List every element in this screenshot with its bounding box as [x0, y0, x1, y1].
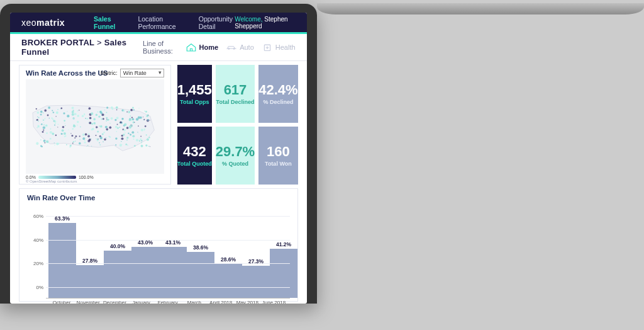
nav-location-performance[interactable]: Location Performance — [138, 15, 182, 30]
lob-health-label: Health — [275, 43, 296, 51]
svg-point-146 — [63, 112, 65, 114]
kpi-grid: 1,455 Total Opps 617 Total Declined 42.4… — [177, 65, 298, 185]
kpi-total-quoted[interactable]: 432 Total Quoted — [177, 127, 212, 185]
chart-title: Win Rate Over Time — [27, 194, 290, 202]
nav-sales-funnel[interactable]: Sales Funnel — [94, 15, 121, 30]
metric-dropdown[interactable]: Win Rate — [120, 69, 164, 77]
svg-point-20 — [43, 119, 45, 121]
bar[interactable] — [270, 249, 297, 298]
svg-point-158 — [43, 112, 44, 113]
svg-point-230 — [131, 131, 134, 134]
svg-point-10 — [74, 137, 75, 139]
svg-point-270 — [132, 106, 134, 108]
svg-point-135 — [51, 117, 53, 119]
bars-container: 63.3%27.8%40.0%43.0%43.1%38.6%28.6%27.3%… — [46, 204, 290, 298]
bar-chart[interactable]: 0%20%40%60% 63.3%27.8%40.0%43.0%43.1%38.… — [27, 204, 290, 299]
kpi-value: 432 — [183, 145, 206, 159]
bar-value-label: 28.6% — [221, 256, 236, 263]
svg-point-139 — [138, 125, 139, 127]
nav-links: Sales Funnel Location Performance Opport… — [94, 15, 235, 30]
svg-point-275 — [79, 135, 80, 137]
y-tick: 0% — [36, 285, 43, 290]
svg-point-57 — [72, 106, 74, 109]
bar[interactable] — [159, 247, 187, 298]
laptop-frame: xeomatrix Sales Funnel Location Performa… — [0, 4, 317, 304]
svg-point-242 — [57, 122, 57, 122]
svg-point-194 — [106, 128, 108, 131]
svg-point-98 — [80, 127, 81, 128]
svg-point-244 — [54, 120, 57, 123]
screen: xeomatrix Sales Funnel Location Performa… — [10, 13, 307, 304]
svg-point-188 — [36, 142, 39, 145]
svg-point-93 — [119, 127, 120, 128]
bar[interactable] — [242, 266, 270, 298]
svg-point-225 — [106, 137, 107, 139]
svg-point-108 — [149, 120, 150, 120]
svg-point-115 — [87, 135, 90, 137]
svg-point-162 — [67, 115, 69, 117]
svg-point-195 — [91, 123, 93, 125]
bar-wrap: 43.0% — [131, 239, 159, 298]
kpi-total-declined[interactable]: 617 Total Declined — [216, 65, 255, 123]
svg-point-255 — [102, 113, 104, 116]
svg-point-192 — [77, 110, 78, 111]
svg-point-178 — [121, 137, 123, 140]
nav-opportunity-detail[interactable]: Opportunity Detail — [199, 15, 235, 30]
bar[interactable] — [76, 265, 104, 298]
kpi-total-opps[interactable]: 1,455 Total Opps — [177, 65, 212, 123]
lob-auto[interactable]: Auto — [226, 43, 254, 52]
kpi-value: 160 — [267, 145, 290, 159]
lob-health[interactable]: Health — [262, 43, 296, 52]
svg-point-239 — [128, 118, 131, 121]
svg-point-79 — [96, 126, 98, 128]
svg-point-70 — [145, 111, 147, 113]
svg-point-27 — [100, 125, 103, 128]
kpi-pct-declined[interactable]: 42.4% % Declined — [258, 65, 297, 123]
svg-point-243 — [116, 109, 118, 110]
svg-point-155 — [73, 118, 74, 119]
svg-point-163 — [43, 140, 46, 142]
svg-point-145 — [54, 145, 55, 146]
svg-point-100 — [99, 142, 100, 144]
metric-label: Metric: — [101, 70, 118, 76]
svg-point-198 — [89, 139, 91, 141]
svg-point-95 — [64, 120, 65, 122]
bar[interactable] — [187, 252, 214, 298]
bar-wrap: 43.1% — [159, 239, 187, 298]
y-axis: 0%20%40%60% — [27, 204, 46, 299]
svg-point-200 — [121, 144, 122, 145]
svg-point-50 — [79, 142, 81, 145]
svg-point-62 — [104, 115, 106, 116]
svg-point-277 — [109, 136, 111, 138]
svg-point-53 — [44, 118, 45, 119]
svg-point-156 — [106, 117, 108, 119]
lob-home[interactable]: Home — [186, 43, 219, 52]
svg-point-54 — [117, 123, 118, 125]
bar[interactable] — [131, 247, 159, 298]
x-tick: April 2018 — [208, 300, 234, 304]
svg-point-232 — [53, 111, 55, 113]
svg-point-205 — [87, 145, 89, 146]
svg-point-159 — [96, 135, 97, 136]
svg-point-147 — [75, 135, 77, 137]
y-tick: 40% — [33, 237, 43, 242]
svg-point-173 — [92, 128, 94, 130]
svg-point-138 — [121, 141, 122, 142]
bar-wrap: 41.2% — [270, 241, 297, 298]
legend-min: 0.0% — [26, 175, 36, 179]
svg-point-129 — [128, 132, 130, 134]
svg-point-223 — [65, 123, 65, 123]
bar[interactable] — [214, 264, 242, 298]
breadcrumb: BROKER PORTAL > Sales Funnel — [21, 38, 143, 57]
svg-point-258 — [104, 110, 105, 111]
svg-point-222 — [146, 134, 147, 135]
kpi-total-won[interactable]: 160 Total Won — [258, 127, 297, 185]
svg-point-261 — [88, 107, 91, 110]
svg-point-148 — [101, 119, 102, 120]
svg-point-120 — [97, 111, 99, 113]
us-map[interactable] — [26, 79, 164, 174]
svg-point-253 — [106, 119, 107, 120]
kpi-pct-quoted[interactable]: 29.7% % Quoted — [216, 127, 255, 185]
bar[interactable] — [104, 251, 131, 298]
svg-point-260 — [139, 140, 141, 142]
